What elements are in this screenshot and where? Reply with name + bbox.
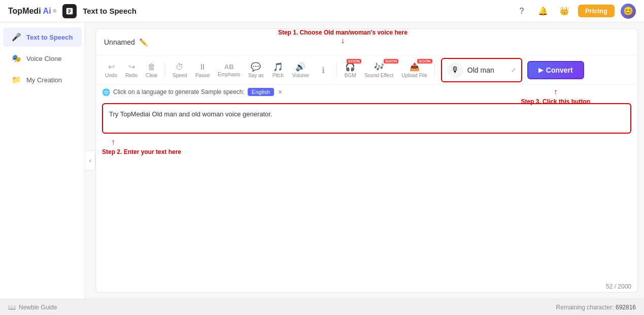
step1-annotation-area: Step 1. Choose Old man/woman's voice her… [148, 29, 538, 45]
pause-label: Pause [195, 73, 210, 78]
upload-file-button[interactable]: SOON 📤 Upload File [398, 60, 430, 80]
redo-button[interactable]: ↪ Redo [122, 60, 141, 80]
convert-button-wrapper: ▶ Convert ↑ Step 3. Click this button [527, 61, 584, 79]
convert-button[interactable]: ▶ Convert [527, 61, 584, 79]
clear-button[interactable]: 🗑 Clear [143, 60, 161, 80]
header-left: TopMediAi® Text to Speech [8, 4, 137, 18]
main-layout: 🎤 Text to Speech 🎭 Voice Clone 📁 My Crea… [0, 22, 644, 299]
say-as-label: Say as [248, 73, 264, 78]
editor-header: Unnamed ✏️ Step 1. Choose Old man/woman'… [96, 29, 637, 56]
footer: 📖 Newbie Guide Remaining character: 6928… [0, 299, 644, 315]
pitch-label: Pitch [273, 73, 284, 78]
toolbar-divider-1 [165, 62, 165, 78]
sidebar-item-voice-clone[interactable]: 🎭 Voice Clone [3, 49, 82, 68]
voice-expand-icon: ⤢ [511, 67, 516, 74]
logo-ai: Ai [43, 7, 51, 16]
pitch-button[interactable]: 🎵 Pitch [269, 60, 287, 80]
bgm-label: BGM [345, 73, 356, 78]
sidebar-collapse-button[interactable]: ‹ [85, 150, 95, 171]
upload-file-label: Upload File [401, 73, 427, 78]
speed-icon: ⏱ [176, 62, 184, 72]
help-button[interactable]: ? [514, 4, 529, 19]
step2-text: Step 2. Enter your text here [102, 148, 181, 155]
sidebar-item-label-mc: My Creation [26, 76, 62, 84]
say-as-button[interactable]: 💬 Say as [245, 60, 267, 80]
volume-button[interactable]: 🔊 Volume [289, 60, 312, 80]
voice-clone-icon: 🎭 [11, 54, 21, 63]
selected-language-badge[interactable]: English [248, 88, 274, 96]
character-counter: 52 / 2000 [96, 281, 637, 292]
my-creation-icon: 📁 [11, 75, 21, 84]
speed-label: Speed [173, 73, 187, 78]
clear-label: Clear [146, 73, 158, 78]
text-area-wrapper: Try TopMediai Old man and old woman voic… [96, 99, 637, 281]
toolbar: ↩ Undo ↪ Redo 🗑 Clear ⏱ Speed ⏸ [96, 56, 637, 85]
redo-icon: ↪ [128, 62, 135, 72]
sound-effect-soon-badge: SOON [384, 59, 399, 64]
info-icon: ℹ [322, 66, 325, 75]
undo-button[interactable]: ↩ Undo [102, 60, 120, 80]
bgm-button[interactable]: SOON 🎧 BGM [341, 60, 359, 80]
undo-label: Undo [105, 73, 117, 78]
editor-panel: Unnamed ✏️ Step 1. Choose Old man/woman'… [95, 28, 638, 293]
sidebar-item-label-vc: Voice Clone [26, 55, 61, 62]
step3-arrow-icon: ↑ [521, 87, 590, 97]
convert-label: Convert [546, 66, 573, 74]
volume-icon: 🔊 [295, 62, 306, 72]
guide-icon: 📖 [8, 304, 16, 311]
pause-icon: ⏸ [198, 62, 207, 72]
user-avatar[interactable]: 😊 [621, 4, 636, 19]
mic-icon: 🎙 [447, 62, 463, 78]
remaining-count: 692816 [616, 304, 636, 311]
speed-button[interactable]: ⏱ Speed [170, 60, 190, 80]
footer-right: Remaining character: 692816 [556, 304, 636, 311]
undo-icon: ↩ [108, 62, 115, 72]
play-icon: ▶ [538, 67, 543, 74]
app-logo-icon [62, 4, 77, 18]
language-prompt: Click on a language to generate Sample s… [113, 88, 245, 96]
header-title: Text to Speech [83, 7, 137, 15]
say-as-icon: 💬 [251, 62, 261, 72]
app-logo: TopMediAi® [8, 7, 56, 16]
clear-icon: 🗑 [148, 62, 156, 72]
text-input[interactable]: Try TopMediai Old man and old woman voic… [102, 103, 631, 134]
sidebar: 🎤 Text to Speech 🎭 Voice Clone 📁 My Crea… [0, 22, 85, 299]
info-button[interactable]: ℹ [314, 64, 332, 77]
crown-button[interactable]: 👑 [557, 4, 572, 19]
counter-display: 52 / 2000 [606, 283, 631, 290]
tts-icon: 🎤 [11, 33, 21, 42]
voice-selector-left: 🎙 Old man [447, 62, 494, 78]
editor-title-area: Unnamed ✏️ [104, 38, 148, 46]
pricing-button[interactable]: Pricing [578, 5, 615, 17]
emphasis-icon: AB [224, 63, 234, 71]
voice-name: Old man [467, 66, 494, 74]
sound-effect-icon: 🎶 [374, 62, 384, 72]
sound-effect-label: Sound Effect [364, 73, 393, 78]
sound-effect-button[interactable]: SOON 🎶 Sound Effect [361, 60, 396, 80]
language-close-button[interactable]: × [278, 88, 282, 96]
document-title: Unnamed [104, 38, 135, 46]
notifications-button[interactable]: 🔔 [535, 4, 551, 19]
emphasis-button[interactable]: AB Emphasis [215, 61, 243, 79]
toolbar-divider-3 [434, 62, 435, 78]
sidebar-item-text-to-speech[interactable]: 🎤 Text to Speech [3, 27, 82, 47]
pitch-icon: 🎵 [273, 62, 283, 72]
pause-button[interactable]: ⏸ Pause [192, 60, 213, 80]
bgm-soon-badge: SOON [347, 59, 362, 64]
step1-arrow: ↓ [341, 36, 345, 45]
volume-label: Volume [292, 73, 309, 78]
emphasis-label: Emphasis [218, 72, 240, 77]
step2-arrow: ↑ [111, 138, 631, 147]
app-header: TopMediAi® Text to Speech ? 🔔 👑 Pricing … [0, 0, 644, 22]
sidebar-item-my-creation[interactable]: 📁 My Creation [3, 70, 82, 89]
header-right: ? 🔔 👑 Pricing 😊 [514, 4, 636, 19]
content-area: ‹ Unnamed ✏️ Step 1. Choose Old man/woma… [85, 22, 644, 299]
redo-label: Redo [125, 73, 138, 78]
logo-text: TopMedi [8, 7, 41, 16]
voice-convert-group: 🎙 Old man ⤢ ▶ Convert ↑ Step 3 [441, 58, 584, 82]
guide-label[interactable]: Newbie Guide [19, 304, 57, 311]
voice-selector[interactable]: 🎙 Old man ⤢ [441, 58, 522, 82]
toolbar-divider-2 [336, 62, 337, 78]
upload-soon-badge: SOON [417, 59, 432, 64]
edit-title-icon[interactable]: ✏️ [139, 38, 148, 46]
